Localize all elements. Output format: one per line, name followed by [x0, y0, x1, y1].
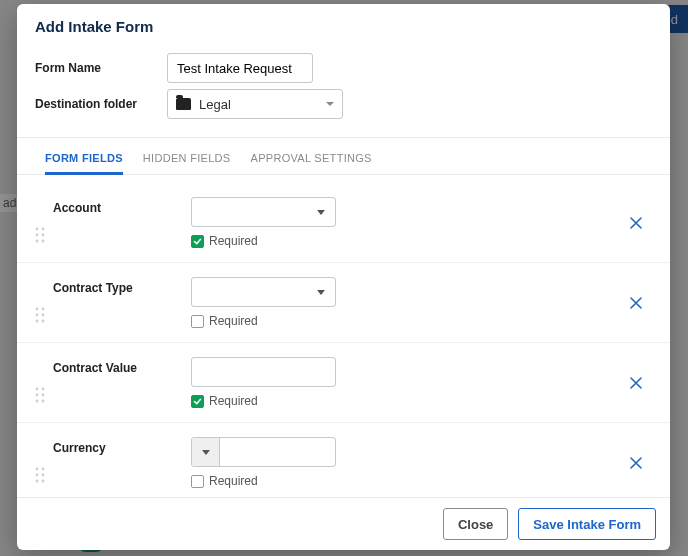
chevron-down-icon: [317, 290, 325, 295]
checkbox-icon: [191, 235, 204, 248]
field-select[interactable]: [191, 277, 336, 307]
modal-title: Add Intake Form: [35, 18, 652, 35]
svg-point-12: [36, 388, 39, 391]
svg-point-7: [42, 308, 45, 311]
svg-point-9: [42, 314, 45, 317]
form-name-label: Form Name: [35, 61, 147, 75]
form-top: Form Name Destination folder Legal: [17, 43, 670, 138]
field-split-input[interactable]: [191, 437, 336, 467]
drag-handle-icon[interactable]: [27, 197, 53, 243]
svg-point-8: [36, 314, 39, 317]
chevron-down-icon: [202, 450, 210, 455]
svg-point-22: [36, 480, 39, 483]
tab-form-fields[interactable]: FORM FIELDS: [45, 146, 123, 174]
field-control: Required: [191, 197, 336, 248]
svg-point-10: [36, 320, 39, 323]
remove-field-button[interactable]: [626, 293, 646, 313]
save-intake-form-button[interactable]: Save Intake Form: [518, 508, 656, 540]
svg-point-2: [36, 234, 39, 237]
drag-handle-icon[interactable]: [27, 437, 53, 483]
form-fields-panel[interactable]: AccountRequiredContract TypeRequiredCont…: [17, 175, 670, 497]
chevron-down-icon: [326, 102, 334, 106]
required-label: Required: [209, 394, 258, 408]
destination-folder-label: Destination folder: [35, 97, 147, 111]
svg-point-21: [42, 474, 45, 477]
svg-point-1: [42, 228, 45, 231]
required-label: Required: [209, 234, 258, 248]
field-select[interactable]: [191, 197, 336, 227]
svg-point-5: [42, 240, 45, 243]
svg-point-11: [42, 320, 45, 323]
checkbox-icon: [191, 475, 204, 488]
required-toggle[interactable]: Required: [191, 234, 336, 248]
add-intake-form-modal: Add Intake Form Form Name Destination fo…: [17, 4, 670, 550]
field-label: Account: [53, 197, 191, 215]
field-text-input[interactable]: [191, 357, 336, 387]
field-control: Required: [191, 277, 336, 328]
required-toggle[interactable]: Required: [191, 474, 336, 488]
remove-field-button[interactable]: [626, 373, 646, 393]
field-control: Required: [191, 357, 336, 408]
remove-field-button[interactable]: [626, 453, 646, 473]
svg-point-3: [42, 234, 45, 237]
svg-point-0: [36, 228, 39, 231]
field-label: Contract Value: [53, 357, 191, 375]
form-name-input[interactable]: [167, 53, 313, 83]
field-row: Contract TypeRequired: [17, 262, 670, 342]
checkbox-icon: [191, 315, 204, 328]
svg-point-19: [42, 468, 45, 471]
svg-point-6: [36, 308, 39, 311]
svg-point-18: [36, 468, 39, 471]
required-label: Required: [209, 314, 258, 328]
remove-field-button[interactable]: [626, 213, 646, 233]
tab-approval-settings[interactable]: APPROVAL SETTINGS: [251, 146, 372, 174]
svg-point-17: [42, 400, 45, 403]
tab-hidden-fields[interactable]: HIDDEN FIELDS: [143, 146, 231, 174]
field-row: Contract ValueRequired: [17, 342, 670, 422]
svg-point-13: [42, 388, 45, 391]
required-toggle[interactable]: Required: [191, 314, 336, 328]
modal-header: Add Intake Form: [17, 4, 670, 43]
field-row: CurrencyRequired: [17, 422, 670, 497]
destination-folder-value: Legal: [199, 97, 318, 112]
chevron-down-icon: [317, 210, 325, 215]
folder-icon: [176, 98, 191, 110]
required-label: Required: [209, 474, 258, 488]
destination-folder-select[interactable]: Legal: [167, 89, 343, 119]
svg-point-14: [36, 394, 39, 397]
field-control: Required: [191, 437, 336, 488]
field-split-button[interactable]: [192, 438, 220, 466]
svg-point-16: [36, 400, 39, 403]
tabs: FORM FIELDSHIDDEN FIELDSAPPROVAL SETTING…: [17, 138, 670, 175]
modal-footer: Close Save Intake Form: [17, 497, 670, 550]
svg-point-23: [42, 480, 45, 483]
svg-point-15: [42, 394, 45, 397]
field-row: AccountRequired: [17, 183, 670, 262]
field-label: Currency: [53, 437, 191, 455]
svg-point-20: [36, 474, 39, 477]
drag-handle-icon[interactable]: [27, 357, 53, 403]
drag-handle-icon[interactable]: [27, 277, 53, 323]
svg-point-4: [36, 240, 39, 243]
checkbox-icon: [191, 395, 204, 408]
close-button[interactable]: Close: [443, 508, 508, 540]
field-label: Contract Type: [53, 277, 191, 295]
required-toggle[interactable]: Required: [191, 394, 336, 408]
